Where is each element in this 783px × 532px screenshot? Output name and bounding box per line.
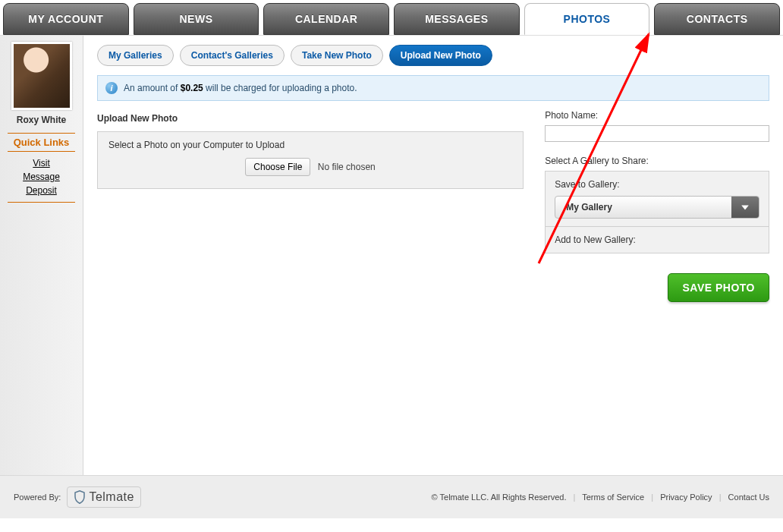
subtab-my-galleries[interactable]: My Galleries: [97, 45, 174, 66]
upload-fee-text: An amount of $0.25 will be charged for u…: [124, 83, 357, 93]
upload-fee-info: i An amount of $0.25 will be charged for…: [97, 75, 769, 101]
top-nav: MY ACCOUNT NEWS CALENDAR MESSAGES PHOTOS…: [0, 0, 783, 35]
gallery-fieldset: Save to Gallery: My Gallery Add to New G…: [545, 171, 769, 253]
subtab-take-new-photo[interactable]: Take New Photo: [291, 45, 383, 66]
gallery-select-heading: Select A Gallery to Share:: [545, 156, 769, 166]
telmate-logo: Telmate: [67, 486, 141, 508]
photo-subtabs: My Galleries Contact's Galleries Take Ne…: [97, 45, 769, 66]
footer-link-terms[interactable]: Terms of Service: [582, 493, 644, 502]
upload-box: Select a Photo on your Computer to Uploa…: [97, 131, 524, 189]
footer: Powered By: Telmate © Telmate LLC. All R…: [0, 475, 783, 518]
nav-tab-messages[interactable]: MESSAGES: [394, 3, 520, 35]
save-to-gallery-label: Save to Gallery:: [555, 179, 759, 190]
photo-name-label: Photo Name:: [545, 110, 769, 121]
brand-name: Telmate: [89, 490, 134, 504]
add-to-new-gallery-label: Add to New Gallery:: [555, 235, 636, 245]
gallery-dropdown[interactable]: My Gallery: [555, 196, 759, 219]
info-icon: i: [105, 82, 118, 94]
quick-links: Visit Message Deposit: [3, 158, 80, 196]
footer-copyright: © Telmate LLC. All Rights Reserved.: [432, 493, 567, 502]
footer-link-privacy[interactable]: Privacy Policy: [660, 493, 712, 502]
quick-links-heading: Quick Links: [8, 133, 75, 152]
avatar: [11, 42, 72, 110]
file-status: No file chosen: [318, 162, 376, 172]
powered-by-label: Powered By:: [14, 493, 61, 502]
nav-tab-contacts[interactable]: CONTACTS: [654, 3, 780, 35]
user-name: Roxy White: [3, 115, 80, 125]
photo-name-input[interactable]: [545, 125, 769, 142]
quick-link-visit[interactable]: Visit: [3, 158, 80, 168]
main-content: My Galleries Contact's Galleries Take Ne…: [83, 36, 783, 475]
quick-links-divider: [8, 202, 75, 203]
upload-section-title: Upload New Photo: [97, 113, 524, 124]
nav-tab-photos[interactable]: PHOTOS: [524, 3, 650, 35]
choose-file-button[interactable]: Choose File: [245, 158, 310, 176]
sidebar: Roxy White Quick Links Visit Message Dep…: [0, 36, 83, 475]
nav-tab-my-account[interactable]: MY ACCOUNT: [3, 3, 129, 35]
quick-link-message[interactable]: Message: [3, 172, 80, 182]
subtab-upload-new-photo[interactable]: Upload New Photo: [389, 45, 492, 66]
nav-tab-news[interactable]: NEWS: [134, 3, 259, 35]
upload-hint: Select a Photo on your Computer to Uploa…: [108, 140, 512, 150]
chevron-down-icon: [731, 197, 759, 218]
footer-link-contact[interactable]: Contact Us: [728, 493, 769, 502]
quick-link-deposit[interactable]: Deposit: [3, 185, 80, 196]
save-photo-button[interactable]: SAVE PHOTO: [668, 273, 769, 302]
nav-tab-calendar[interactable]: CALENDAR: [263, 3, 389, 35]
shield-icon: [74, 490, 86, 504]
subtab-contacts-galleries[interactable]: Contact's Galleries: [180, 45, 285, 66]
gallery-dropdown-selected: My Gallery: [555, 197, 731, 218]
